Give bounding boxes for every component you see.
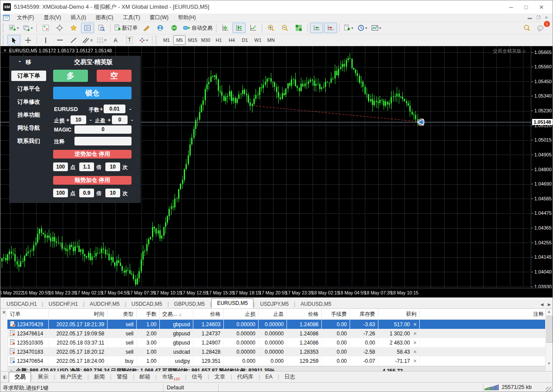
profiles-button[interactable]: ▾ [21,23,34,33]
column-header[interactable]: 手续费 [321,309,350,320]
trendline-tool-button[interactable] [67,35,80,45]
bar-chart-button[interactable] [219,23,232,33]
timeframe-m30[interactable]: M30 [199,35,212,45]
trend-points-input[interactable]: 100 [53,189,68,197]
lots-plus-button[interactable]: + [100,106,103,112]
trend-times-input[interactable]: 10 [105,189,120,197]
trend-multiplier-input[interactable]: 0.9 [79,189,94,197]
panel-move-button[interactable]: 移 [26,58,31,66]
lots-input[interactable]: 0.01 [104,105,125,113]
menu-item[interactable]: 帮助(H) [173,14,201,21]
column-header[interactable]: 注释 [419,309,546,320]
chart-tab-usdjpym5[interactable]: USDJPY,M5 [255,300,294,308]
bottom-tab-市场[interactable]: 市场120 [157,372,185,381]
panel-menu-item[interactable]: 网址导航 [11,123,46,133]
bottom-tab-EA[interactable]: EA [260,372,278,381]
order-row[interactable]: 1234766142022.05.17 19:09:58sell2.00gbpu… [7,329,546,338]
timeframe-m5[interactable]: M5 [173,35,185,45]
new-order-button[interactable]: 新订单 [113,23,139,33]
timeframe-m15[interactable]: M15 [186,35,199,45]
column-header[interactable]: 订单 [7,309,48,320]
toolbar-drag-handle[interactable] [3,36,6,44]
column-header[interactable]: 止盈 [258,309,287,320]
column-header[interactable]: 库存费 [350,309,378,320]
auto-scroll-button[interactable] [310,23,323,33]
crosshair-mode-button[interactable] [53,23,66,33]
text-label-tool-button[interactable]: T [123,35,136,45]
bottom-tab-警报[interactable]: 警报 [111,372,133,381]
fibonacci-tool-button[interactable]: F [95,35,108,45]
buy-button[interactable]: 多 [53,70,88,82]
panel-minimize-button[interactable]: - [19,57,21,64]
timeframe-w1[interactable]: W1 [252,35,264,45]
market-watch-toggle-button[interactable] [81,23,94,33]
stoploss-input[interactable]: 10 [71,115,86,124]
close-window-icon[interactable]: ✕ [539,4,544,10]
column-header[interactable]: 止损 [223,309,258,320]
cursor-tool-button[interactable] [7,35,20,45]
zoom-out-button[interactable] [278,23,291,33]
chart-tab-usdcadm5[interactable]: USDCAD,M5 [126,300,168,308]
toolbar-drag-handle[interactable] [155,36,158,44]
panel-menu-item[interactable]: 订单平仓 [11,84,46,94]
close-toolbox-button[interactable]: ✕ [0,309,7,316]
counter-trend-multiplier-input[interactable]: 1.1 [79,162,94,171]
stoploss-plus-button[interactable]: + [66,117,70,123]
status-profile[interactable]: Default [167,385,184,391]
templates-dropdown-icon[interactable]: ▾ [379,26,381,30]
symbols-button[interactable] [39,23,52,33]
column-header[interactable]: 交易...△ [159,309,193,320]
magic-input[interactable]: 0 [74,125,132,134]
lots-minus-button[interactable]: - [129,106,131,112]
column-header[interactable]: 价格 [287,309,321,320]
timeframe-m1[interactable]: M1 [160,35,172,45]
indicators-button[interactable]: ▾ [342,23,355,33]
column-header[interactable]: 手数 [136,309,159,320]
line-chart-button[interactable] [246,23,260,33]
order-row[interactable]: 1234706542022.05.17 18:24:00buy1.00usdjp… [7,356,546,365]
bottom-tab-日志[interactable]: 日志 [279,372,300,381]
lock-button[interactable]: 锁仓 [53,87,132,99]
bottom-tab-文章[interactable]: 文章 [209,372,230,381]
templates-button[interactable]: ▾ [370,23,383,33]
scrollbar-thumb[interactable] [546,316,553,343]
metaeditor-button[interactable] [140,23,153,33]
toolbox-scrollbar[interactable]: ▲ ▼ [545,309,553,371]
toolbar-drag-handle[interactable] [3,24,6,32]
menu-item[interactable]: 图表(C) [91,14,118,21]
text-tool-button[interactable]: A [109,35,122,45]
trend-toggle-button[interactable]: 顺势加仓 停用 [53,176,132,185]
dock-panel-icon[interactable]: ◧ [3,375,7,379]
candlestick-chart-button[interactable] [233,23,246,33]
favorites-button[interactable] [67,23,80,33]
takeprofit-minus-button[interactable]: - [131,117,133,123]
comment-input[interactable] [74,137,132,145]
price-axis[interactable]: 1.05148 1.056651.055601.054501.053401.05… [531,46,553,288]
column-header[interactable]: 获利 [378,309,419,320]
broadcast-button[interactable] [168,23,181,33]
bottom-tab-信号[interactable]: 信号 [186,372,208,381]
bottom-tab-展示[interactable]: 展示 [33,372,54,381]
arrows-tool-button[interactable]: ▾ [137,35,150,45]
close-order-button[interactable]: × [413,321,416,328]
scroll-up-icon[interactable]: ▲ [546,309,553,315]
chart-restore-icon[interactable]: ❐ [536,15,540,20]
periods-dropdown-icon[interactable]: ▾ [365,26,367,30]
resize-grip[interactable] [546,387,552,392]
takeprofit-input[interactable]: 0 [112,115,128,124]
chart-minimize-icon[interactable]: ▬ [528,15,532,20]
menu-item[interactable]: 窗口(W) [145,14,173,21]
horizontal-line-tool-button[interactable] [53,35,66,45]
column-header[interactable]: 时间 [48,309,107,320]
minimize-window-icon[interactable]: ─ [509,4,513,10]
panel-menu-item[interactable]: 挂单功能 [11,110,46,120]
chart-tab-audusdm5[interactable]: AUDUSD,M5 [295,300,337,308]
profiles-dropdown-icon[interactable]: ▾ [31,26,33,30]
chart-shift-button[interactable] [324,23,337,33]
bottom-tab-交易[interactable]: 交易 [9,372,31,382]
scroll-down-icon[interactable]: ▼ [546,361,553,367]
menu-item[interactable]: 文件(F) [12,14,39,21]
counter-trend-points-input[interactable]: 100 [53,162,68,171]
chart-tab-usdcadh1[interactable]: USDCAD,H1 [1,300,42,308]
timeframe-d1[interactable]: D1 [239,35,251,45]
